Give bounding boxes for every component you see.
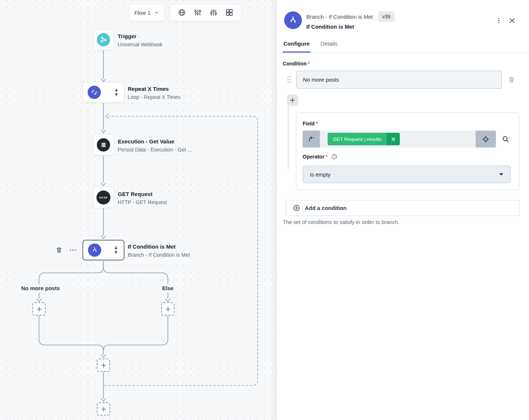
flow-canvas[interactable]: Flow 1 Trigger Universal Webhook Repea xyxy=(0,0,276,420)
add-step-after-loop[interactable] xyxy=(97,402,110,416)
condition-name-input[interactable] xyxy=(296,71,502,89)
plus-circle-icon xyxy=(293,204,300,212)
branch-label-left: No more posts xyxy=(13,285,68,291)
remove-token-button[interactable] xyxy=(387,133,400,145)
jump-connector-icon xyxy=(307,135,315,143)
conditions-helper-text: The set of conditions to satisfy in orde… xyxy=(283,219,399,225)
persist-data-icon xyxy=(97,138,110,152)
plus-icon xyxy=(290,97,295,103)
field-value-input[interactable]: GET Request | results xyxy=(320,131,476,147)
condition-tree-connector xyxy=(288,106,289,169)
plus-icon xyxy=(36,306,42,312)
grid-view-button[interactable] xyxy=(224,7,235,18)
plus-icon xyxy=(165,306,171,312)
node-trigger-label: Trigger Universal Webhook xyxy=(118,32,162,49)
node-repeat[interactable] xyxy=(82,82,124,103)
required-marker: * xyxy=(325,154,327,160)
panel-subtitle: If Condition is Met xyxy=(306,24,354,30)
version-badge[interactable]: v39 xyxy=(378,11,395,22)
required-marker: * xyxy=(308,61,310,67)
svg-text:?: ? xyxy=(333,155,335,159)
branch-label-right: Else xyxy=(153,285,183,291)
operator-select[interactable]: is empty xyxy=(303,165,511,183)
node-repeat-label: Repeat X Times Loop - Repeat X Times xyxy=(128,85,180,101)
close-icon xyxy=(508,17,516,24)
panel-menu-button[interactable] xyxy=(494,15,504,26)
operator-selected-value: is empty xyxy=(310,171,331,178)
branch-icon xyxy=(88,243,101,257)
collapse-icon[interactable] xyxy=(113,245,119,255)
flow-selector[interactable]: Flow 1 xyxy=(129,4,165,21)
config-panel: Branch - If Condition is Met v39 If Cond… xyxy=(276,0,529,420)
node-if-condition[interactable] xyxy=(82,240,124,260)
branch-icon xyxy=(284,11,302,29)
chevron-down-icon xyxy=(154,10,159,15)
sliders-a-button[interactable] xyxy=(192,7,203,18)
collapse-icon[interactable] xyxy=(113,88,119,97)
tab-configure[interactable]: Configure xyxy=(283,38,310,53)
drag-handle-icon[interactable] xyxy=(287,75,292,84)
target-picker-button[interactable] xyxy=(476,131,496,147)
grid-icon xyxy=(225,8,234,17)
condition-label: Condition* xyxy=(283,61,310,67)
flow-edges xyxy=(0,0,276,420)
node-if-condition-label: If Condition is Met Branch - If Conditio… xyxy=(128,243,190,259)
globe-icon xyxy=(177,8,186,17)
field-token: GET Request | results xyxy=(328,133,400,145)
kebab-menu-icon xyxy=(496,17,502,24)
search-field-button[interactable] xyxy=(501,135,510,145)
more-options-icon[interactable] xyxy=(69,248,77,252)
tab-details[interactable]: Details xyxy=(320,38,338,53)
panel-close-button[interactable] xyxy=(507,15,517,26)
globe-button[interactable] xyxy=(176,7,187,18)
add-step-left-branch[interactable] xyxy=(32,302,46,316)
http-icon: HTTP xyxy=(96,191,110,204)
canvas-toolbar xyxy=(170,4,241,21)
add-a-condition-label: Add a condition xyxy=(305,205,346,211)
add-a-condition-button[interactable]: Add a condition xyxy=(286,200,519,216)
help-icon[interactable]: ? xyxy=(331,153,338,160)
node-get-request-label: GET Request HTTP - GET Request xyxy=(118,190,167,206)
delete-condition-icon[interactable] xyxy=(508,76,515,83)
delete-node-icon[interactable] xyxy=(56,246,63,254)
plus-icon xyxy=(101,406,106,412)
field-input-row: GET Request | results xyxy=(303,131,496,147)
panel-title: Branch - If Condition is Met xyxy=(306,14,373,20)
jump-to-source-button[interactable] xyxy=(303,131,320,147)
add-step-right-branch[interactable] xyxy=(161,302,174,316)
field-token-label: GET Request | results xyxy=(328,133,387,145)
panel-tabs: Configure Details xyxy=(277,38,529,53)
webhook-icon xyxy=(97,33,110,46)
node-execution-get-value[interactable] xyxy=(93,134,114,156)
node-trigger[interactable] xyxy=(93,29,114,50)
add-condition-group-button[interactable] xyxy=(287,95,298,106)
node-execution-label: Execution - Get Value Persist Data - Exe… xyxy=(118,138,192,154)
panel-title-row: Branch - If Condition is Met v39 xyxy=(306,11,395,22)
node-actions xyxy=(56,246,77,254)
sliders-b-button[interactable] xyxy=(208,7,219,18)
sliders-b-icon xyxy=(209,8,218,17)
flow-selector-label: Flow 1 xyxy=(134,10,151,16)
condition-rule-card: Field* GET Request | results Oper xyxy=(296,113,519,190)
caret-down-icon xyxy=(499,173,503,176)
sliders-a-icon xyxy=(193,8,202,17)
loop-icon xyxy=(88,86,101,99)
operator-label: Operator* ? xyxy=(303,153,338,160)
add-step-after-merge[interactable] xyxy=(97,359,110,372)
crosshair-icon xyxy=(482,135,490,143)
plus-icon xyxy=(101,363,106,368)
required-marker: * xyxy=(316,121,318,127)
field-label: Field* xyxy=(303,121,318,127)
node-get-request[interactable]: HTTP xyxy=(93,187,114,208)
close-icon xyxy=(391,137,396,142)
search-icon xyxy=(501,135,510,143)
